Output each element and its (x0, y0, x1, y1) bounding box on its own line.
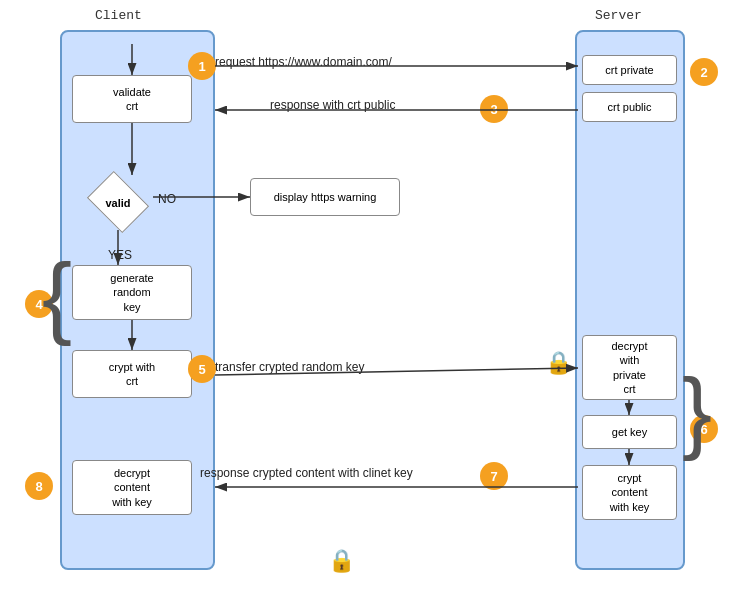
decrypt-content-box: decrypt content with key (72, 460, 192, 515)
https-warning-box: display https warning (250, 178, 400, 216)
crypt-with-crt-box: crypt with crt (72, 350, 192, 398)
valid-diamond: valid (83, 175, 153, 230)
response-crt-label: response with crt public (270, 98, 395, 112)
circle-3: 3 (480, 95, 508, 123)
transfer-crypted-label: transfer crypted random key (215, 360, 364, 374)
no-label: NO (158, 192, 176, 206)
generate-key-box: generate random key (72, 265, 192, 320)
crypt-content-box: crypt content with key (582, 465, 677, 520)
circle-2: 2 (690, 58, 718, 86)
lock-icon-1: 🔒 (545, 350, 572, 376)
validate-crt-box: validate crt (72, 75, 192, 123)
client-label: Client (95, 8, 142, 23)
diagram: Client Server validate crt valid display… (0, 0, 738, 592)
server-label: Server (595, 8, 642, 23)
yes-label: YES (108, 248, 132, 262)
circle-7: 7 (480, 462, 508, 490)
circle-1: 1 (188, 52, 216, 80)
circle-8: 8 (25, 472, 53, 500)
get-key-box: get key (582, 415, 677, 449)
circle-5: 5 (188, 355, 216, 383)
request-label: request https://www.domain.com/ (215, 55, 392, 69)
brace-4: { (42, 245, 72, 348)
crt-public-box: crt public (582, 92, 677, 122)
lock-icon-2: 🔒 (328, 548, 355, 574)
decrypt-private-crt-box: decrypt with private crt (582, 335, 677, 400)
response-crypted-label: response crypted content with clinet key (200, 466, 413, 480)
brace-6: } (682, 360, 712, 463)
crt-private-box: crt private (582, 55, 677, 85)
